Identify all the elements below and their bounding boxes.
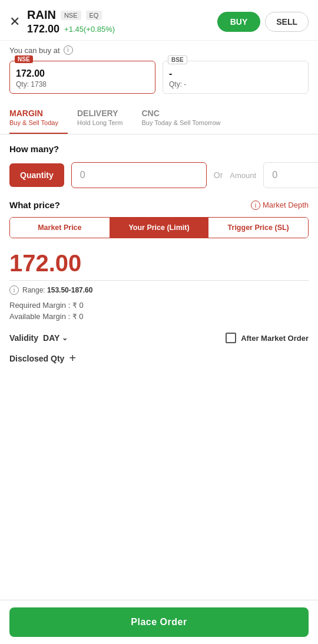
tab-cnc-name: CNC: [141, 108, 220, 119]
order-type-tabs: MARGIN Buy & Sell Today DELIVERY Hold Lo…: [0, 101, 318, 134]
nse-qty: Qty: 1738: [16, 80, 149, 88]
market-depth-link[interactable]: i Market Depth: [251, 201, 309, 210]
quantity-section: How many? Quantity Or Amount What price?…: [0, 134, 318, 321]
required-margin-label: Required Margin :: [9, 301, 70, 310]
tab-cnc-sub: Buy Today & Sell Tomorrow: [141, 119, 220, 127]
validity-dropdown[interactable]: DAY ⌄: [43, 333, 68, 343]
nse-price: 172.00: [16, 68, 149, 79]
market-depth-icon: i: [251, 201, 260, 210]
nse-card[interactable]: NSE 172.00 Qty: 1738: [9, 61, 155, 94]
bse-card[interactable]: BSE - Qty: -: [163, 61, 309, 94]
tab-delivery-name: DELIVERY: [77, 108, 122, 119]
disclosed-qty-label: Disclosed Qty: [9, 354, 64, 363]
price-type-row: Market Price Your Price (Limit) Trigger …: [9, 217, 309, 238]
available-margin-row: Available Margin : ₹ 0: [9, 312, 309, 321]
tab-delivery[interactable]: DELIVERY Hold Long Term: [77, 101, 132, 134]
buy-at-label: You can buy at: [9, 46, 60, 55]
bse-qty: Qty: -: [169, 80, 302, 88]
tab-cnc[interactable]: CNC Buy Today & Sell Tomorrow: [141, 101, 230, 134]
validity-label: Validity: [9, 333, 38, 343]
tab-margin-name: MARGIN: [9, 108, 58, 119]
badge-nse: NSE: [61, 11, 81, 20]
validity-left: Validity DAY ⌄: [9, 333, 68, 343]
available-margin-symbol: ₹: [72, 313, 77, 321]
bse-label: BSE: [168, 55, 187, 64]
range-value: 153.50-187.60: [47, 286, 92, 294]
validity-row: Validity DAY ⌄ After Market Order: [0, 333, 318, 343]
market-depth-label: Market Depth: [263, 201, 309, 209]
after-market-row: After Market Order: [226, 333, 309, 343]
buy-sell-buttons: BUY SELL: [217, 12, 309, 32]
chevron-down-icon: ⌄: [62, 334, 68, 342]
stock-change: +1.45(+0.85%): [64, 25, 115, 34]
amount-label: Amount: [230, 171, 256, 180]
close-button[interactable]: ✕: [9, 15, 20, 28]
required-margin-symbol: ₹: [72, 301, 77, 310]
validity-value-text: DAY: [43, 333, 59, 343]
trigger-price-button[interactable]: Trigger Price (SL): [208, 218, 308, 238]
badge-eq: EQ: [86, 11, 102, 20]
stock-price: 172.00: [27, 23, 59, 35]
range-text: Range: 153.50-187.60: [22, 286, 92, 294]
range-label: Range:: [22, 286, 45, 294]
stock-name: RAIN: [27, 8, 56, 22]
margin-info: Required Margin : ₹ 0 Available Margin :…: [9, 301, 309, 321]
buy-at-row: You can buy at i: [0, 41, 318, 58]
place-order-button[interactable]: Place Order: [9, 607, 309, 637]
price-header: What price? i Market Depth: [9, 200, 309, 210]
quantity-button[interactable]: Quantity: [9, 163, 64, 187]
tab-delivery-sub: Hold Long Term: [77, 119, 122, 127]
buy-at-info-icon[interactable]: i: [64, 45, 73, 55]
header: ✕ RAIN NSE EQ 172.00 +1.45(+0.85%) BUY S…: [0, 0, 318, 41]
available-margin-value: 0: [79, 312, 83, 321]
required-margin-row: Required Margin : ₹ 0: [9, 301, 309, 310]
sell-button[interactable]: SELL: [265, 12, 309, 32]
disclosed-qty-row: Disclosed Qty +: [0, 351, 318, 365]
price-divider: [9, 280, 309, 281]
or-text: Or: [214, 170, 223, 180]
amount-input[interactable]: [263, 162, 318, 188]
available-margin-label: Available Margin :: [9, 312, 70, 321]
quantity-input[interactable]: [71, 162, 207, 188]
place-order-bar: Place Order: [0, 600, 318, 644]
required-margin-value: 0: [80, 301, 84, 310]
bse-price: -: [169, 68, 302, 79]
range-info-icon[interactable]: i: [9, 285, 19, 295]
buy-button[interactable]: BUY: [217, 12, 261, 32]
price-display[interactable]: 172.00: [9, 250, 309, 277]
quantity-title: How many?: [9, 144, 309, 154]
range-row: i Range: 153.50-187.60: [9, 285, 309, 295]
after-market-label: After Market Order: [241, 334, 309, 343]
exchange-cards: NSE 172.00 Qty: 1738 BSE - Qty: -: [0, 58, 318, 101]
stock-info: RAIN NSE EQ 172.00 +1.45(+0.85%): [27, 8, 217, 35]
after-market-checkbox[interactable]: [226, 333, 236, 343]
quantity-row: Quantity Or Amount: [9, 162, 309, 188]
nse-label: NSE: [15, 55, 33, 63]
market-price-button[interactable]: Market Price: [10, 218, 110, 238]
tab-margin-sub: Buy & Sell Today: [9, 119, 58, 127]
price-title: What price?: [9, 200, 60, 210]
disclosed-qty-add-icon[interactable]: +: [69, 351, 76, 365]
limit-price-button[interactable]: Your Price (Limit): [110, 218, 209, 238]
tab-margin[interactable]: MARGIN Buy & Sell Today: [9, 101, 68, 134]
